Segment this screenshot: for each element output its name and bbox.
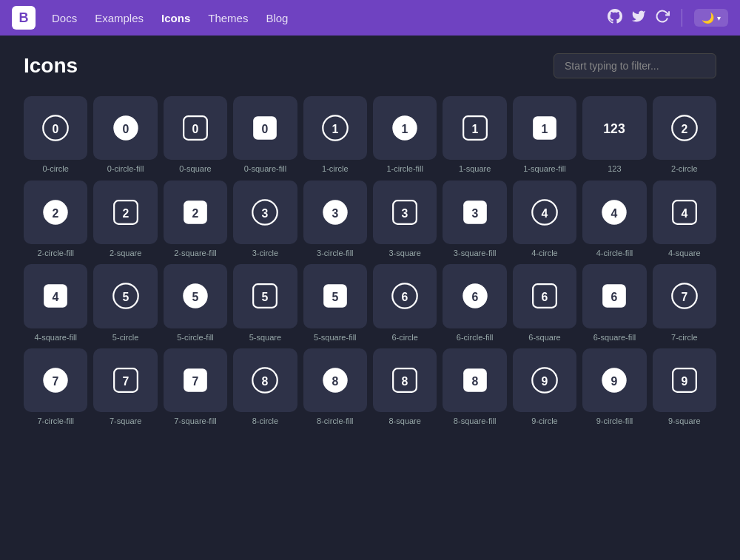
icon-label: 4-square-fill <box>34 333 76 343</box>
svg-text:8: 8 <box>262 375 269 388</box>
icon-cell: 0 0-square-fill <box>233 96 297 175</box>
icon-label: 1-circle-fill <box>386 164 423 174</box>
nav-themes[interactable]: Themes <box>201 9 255 27</box>
icon-box-7-square-fill[interactable]: 7 <box>164 348 227 412</box>
nav-examples[interactable]: Examples <box>87 9 151 27</box>
svg-text:4: 4 <box>681 207 687 220</box>
icon-box-6-circle[interactable]: 6 <box>373 264 437 328</box>
icon-box-5-circle-fill[interactable]: 5 <box>164 264 227 328</box>
icon-cell: 2 2-circle-fill <box>24 181 87 259</box>
icon-box-6-square[interactable]: 6 <box>513 264 576 328</box>
twitter-icon[interactable] <box>631 9 646 27</box>
icon-cell: 2 2-square-fill <box>164 181 227 259</box>
svg-text:2: 2 <box>192 207 199 220</box>
svg-text:3: 3 <box>332 207 338 220</box>
icon-label: 1-square <box>459 164 491 174</box>
icon-label: 7-circle-fill <box>37 416 74 426</box>
icon-box-7-square[interactable]: 7 <box>93 348 157 412</box>
icon-label: 7-square-fill <box>174 416 216 426</box>
svg-text:7: 7 <box>53 375 59 388</box>
icon-label: 6-circle-fill <box>457 333 494 343</box>
svg-text:1: 1 <box>471 123 478 135</box>
nav-docs[interactable]: Docs <box>44 9 84 27</box>
icon-box-3-circle[interactable]: 3 <box>233 181 297 244</box>
nav-blog[interactable]: Blog <box>258 9 295 27</box>
icon-box-8-square-fill[interactable]: 8 <box>443 348 506 412</box>
refresh-icon[interactable] <box>655 9 670 27</box>
icon-cell: 4 4-square-fill <box>24 264 87 343</box>
icon-box-9-circle[interactable]: 9 <box>513 348 576 412</box>
svg-text:3: 3 <box>262 207 269 220</box>
icon-box-0-circle-fill[interactable]: 0 <box>93 96 157 160</box>
svg-text:5: 5 <box>192 291 199 303</box>
icon-cell: 123 123 <box>582 96 646 175</box>
icon-box-4-square-fill[interactable]: 4 <box>24 264 87 328</box>
icon-box-6-circle-fill[interactable]: 6 <box>443 264 506 328</box>
svg-text:0: 0 <box>192 123 199 135</box>
svg-text:6: 6 <box>402 291 408 303</box>
icon-cell: 4 4-circle-fill <box>582 181 646 259</box>
icon-box-1-circle[interactable]: 1 <box>303 96 367 160</box>
icon-box-8-circle-fill[interactable]: 8 <box>303 348 367 412</box>
moon-icon: 🌙 <box>702 12 714 24</box>
icon-box-2-circle-fill[interactable]: 2 <box>24 181 87 244</box>
icon-box-7-circle-fill[interactable]: 7 <box>24 348 87 412</box>
icon-label: 1-square-fill <box>523 164 565 174</box>
github-icon[interactable] <box>608 9 622 27</box>
icon-box-5-circle[interactable]: 5 <box>93 264 157 328</box>
svg-text:2: 2 <box>681 123 687 135</box>
icon-box-0-circle[interactable]: 0 <box>24 96 87 160</box>
icon-box-8-square[interactable]: 8 <box>373 348 437 412</box>
svg-text:5: 5 <box>332 291 338 303</box>
svg-text:6: 6 <box>542 291 548 303</box>
icon-box-2-square-fill[interactable]: 2 <box>164 181 227 244</box>
icon-box-9-circle-fill[interactable]: 9 <box>582 348 646 412</box>
icon-cell: 1 1-square-fill <box>513 96 576 175</box>
icon-label: 7-square <box>110 416 141 426</box>
icon-cell: 6 6-square-fill <box>582 264 646 343</box>
icon-box-2-square[interactable]: 2 <box>93 181 157 244</box>
icon-box-0-square[interactable]: 0 <box>164 96 227 160</box>
icon-box-3-square[interactable]: 3 <box>373 181 437 244</box>
icon-cell: 9 9-circle-fill <box>582 348 646 427</box>
svg-text:7: 7 <box>122 375 129 388</box>
icon-box-1-square-fill[interactable]: 1 <box>513 96 576 160</box>
icon-box-8-circle[interactable]: 8 <box>233 348 297 412</box>
icon-box-7-circle[interactable]: 7 <box>653 264 716 328</box>
icon-cell: 8 8-circle-fill <box>303 348 367 427</box>
icon-box-0-square-fill[interactable]: 0 <box>233 96 297 160</box>
theme-toggle[interactable]: 🌙 ▾ <box>694 9 728 27</box>
svg-text:123: 123 <box>604 121 626 136</box>
filter-input[interactable] <box>554 53 716 78</box>
icon-box-9-square[interactable]: 9 <box>653 348 716 412</box>
nav-divider <box>682 9 682 27</box>
icon-box-123[interactable]: 123 <box>582 96 646 160</box>
icon-box-3-square-fill[interactable]: 3 <box>443 181 506 244</box>
icon-label: 9-circle <box>531 416 557 426</box>
svg-text:9: 9 <box>542 375 548 388</box>
icon-label: 2-circle-fill <box>37 249 74 258</box>
icon-box-5-square[interactable]: 5 <box>233 264 297 328</box>
icon-box-3-circle-fill[interactable]: 3 <box>303 181 367 244</box>
icon-label: 3-circle-fill <box>317 249 354 258</box>
svg-text:4: 4 <box>542 207 548 220</box>
icon-label: 5-square-fill <box>314 333 356 343</box>
icon-box-6-square-fill[interactable]: 6 <box>582 264 646 328</box>
icon-label: 3-circle <box>252 249 278 258</box>
icon-label: 4-circle <box>531 249 557 258</box>
icon-box-2-circle[interactable]: 2 <box>653 96 716 160</box>
svg-text:0: 0 <box>262 123 269 135</box>
icon-box-1-circle-fill[interactable]: 1 <box>373 96 437 160</box>
icon-box-4-circle-fill[interactable]: 4 <box>582 181 646 244</box>
nav-icons[interactable]: Icons <box>154 9 198 27</box>
icon-cell: 1 1-circle <box>303 96 367 175</box>
icon-box-4-square[interactable]: 4 <box>653 181 716 244</box>
svg-text:4: 4 <box>611 207 618 220</box>
icon-box-5-square-fill[interactable]: 5 <box>303 264 367 328</box>
icon-box-1-square[interactable]: 1 <box>443 96 506 160</box>
svg-text:9: 9 <box>681 375 687 388</box>
icon-box-4-circle[interactable]: 4 <box>513 181 576 244</box>
svg-text:7: 7 <box>681 291 687 303</box>
icon-label: 123 <box>608 164 621 174</box>
icon-cell: 5 5-square <box>233 264 297 343</box>
